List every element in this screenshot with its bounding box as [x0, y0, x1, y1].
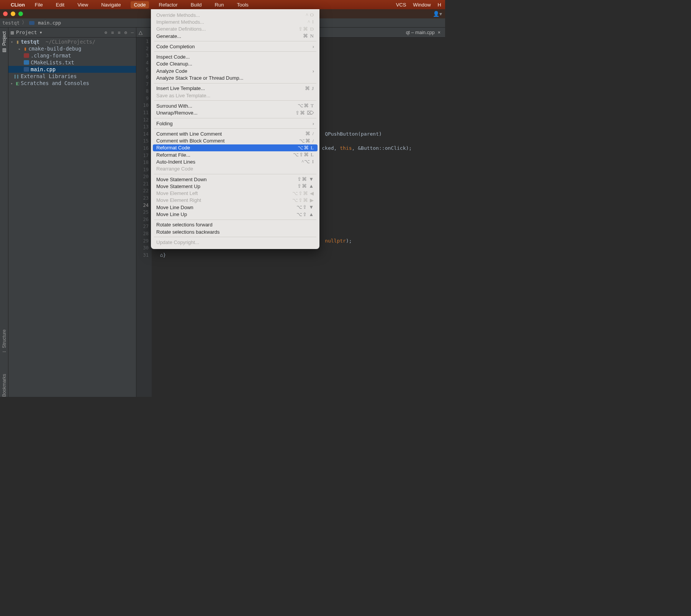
- folder-icon: ▥: [2, 48, 7, 53]
- menu-tools[interactable]: Tools: [234, 1, 251, 8]
- line-number: 23: [136, 195, 149, 202]
- tool-tab-structure[interactable]: ⫶ Structure: [2, 329, 7, 353]
- menu-item-analyze-stack-trace-or-thread-dump[interactable]: Analyze Stack Trace or Thread Dump...: [151, 74, 319, 81]
- menu-item-inspect-code[interactable]: Inspect Code...: [151, 53, 319, 60]
- menu-item-label: Comment with Line Comment: [156, 131, 305, 137]
- scratches-icon: ◧: [16, 80, 19, 86]
- menu-separator: [154, 128, 316, 129]
- menu-item-shortcut: ⌥⌘ L: [298, 145, 314, 151]
- menu-item-label: Auto-Indent Lines: [156, 159, 301, 165]
- menu-item-unwrap-remove[interactable]: Unwrap/Remove...⇧⌘ ⌦: [151, 110, 319, 116]
- menu-item-move-element-left: Move Element Left⌥⇧⌘ ◀: [151, 190, 319, 197]
- tree-main-cpp[interactable]: main.cpp: [8, 66, 136, 73]
- expand-icon[interactable]: ≡: [111, 30, 114, 35]
- code-menu-dropdown: Override Methods...^ OImplement Methods.…: [151, 9, 319, 249]
- menu-run[interactable]: Run: [212, 1, 227, 8]
- menu-item-label: Unwrap/Remove...: [156, 110, 295, 116]
- hide-icon[interactable]: —: [131, 30, 134, 35]
- tree-cmakelists[interactable]: CMakeLists.txt: [8, 59, 136, 66]
- editor-tab-main[interactable]: qt – main.cpp ×: [401, 28, 445, 38]
- menu-item-shortcut: ⇧⌘ ▼: [297, 176, 314, 182]
- dropdown-icon[interactable]: ▾: [39, 29, 43, 35]
- line-number: 6: [136, 74, 149, 81]
- line-number: 20: [136, 173, 149, 180]
- tool-tab-bookmarks[interactable]: Bookmarks: [2, 374, 7, 397]
- menu-item-label: Move Line Up: [156, 211, 296, 217]
- minimize-icon[interactable]: [11, 11, 15, 16]
- menu-separator: [154, 237, 316, 237]
- tree-root[interactable]: ▾▮ testqt ~/CLionProjects/: [8, 38, 136, 45]
- menu-item-label: Reformat Code: [156, 145, 298, 151]
- menu-item-insert-live-template[interactable]: Insert Live Template...⌘ J: [151, 85, 319, 92]
- menu-file[interactable]: File: [32, 1, 46, 8]
- structure-icon: ⫶: [2, 351, 7, 353]
- menu-build[interactable]: Build: [188, 1, 205, 8]
- menu-window[interactable]: Window: [413, 2, 431, 8]
- line-number: 22: [136, 187, 149, 195]
- menu-item-shortcut: ⇧⌘ D: [298, 26, 314, 32]
- menu-item-analyze-code[interactable]: Analyze Code›: [151, 67, 319, 74]
- menu-navigate[interactable]: Navigate: [98, 1, 124, 8]
- gear-icon[interactable]: ⚙: [124, 30, 127, 35]
- menu-item-save-as-live-template: Save as Live Template...: [151, 92, 319, 99]
- menu-item-auto-indent-lines[interactable]: Auto-Indent Lines^⌥ I: [151, 158, 319, 165]
- line-number: 5: [136, 66, 149, 74]
- menu-view[interactable]: View: [74, 1, 91, 8]
- menu-item-reformat-file[interactable]: Reformat File...⌥⇧⌘ L: [151, 151, 319, 158]
- yml-file-icon: [24, 53, 29, 58]
- menu-item-shortcut: ⇧⌘ ▲: [297, 183, 314, 189]
- menu-item-label: Move Line Down: [156, 205, 296, 210]
- close-icon[interactable]: ×: [438, 30, 440, 35]
- line-number: 13: [136, 123, 149, 131]
- menu-item-move-statement-up[interactable]: Move Statement Up⇧⌘ ▲: [151, 183, 319, 190]
- cpp-file-icon: [24, 67, 29, 72]
- locate-icon[interactable]: ⊕: [105, 30, 107, 35]
- menu-code[interactable]: Code: [131, 1, 149, 8]
- chevron-right-icon: ›: [313, 121, 314, 126]
- cmake-icon: △: [137, 29, 144, 35]
- menu-item-shortcut: ⌘ J: [305, 85, 314, 92]
- tree-cmake-dir[interactable]: ▸ ▮ cmake-build-debug: [8, 45, 136, 52]
- menu-item-move-statement-down[interactable]: Move Statement Down⇧⌘ ▼: [151, 176, 319, 183]
- menu-item-code-cleanup[interactable]: Code Cleanup...: [151, 61, 319, 67]
- menu-item-comment-with-block-comment[interactable]: Comment with Block Comment⌥⌘ /: [151, 137, 319, 144]
- menu-item-rotate-selections-forward[interactable]: Rotate selections forward: [151, 221, 319, 228]
- menu-item-code-completion[interactable]: Code Completion›: [151, 43, 319, 50]
- breadcrumb-root[interactable]: testqt: [2, 20, 20, 26]
- line-number: 1: [136, 38, 149, 45]
- zoom-icon[interactable]: [18, 11, 23, 16]
- chevron-right-icon: ›: [313, 44, 314, 49]
- close-icon[interactable]: [3, 11, 8, 16]
- tree-scratches[interactable]: ▸ ◧ Scratches and Consoles: [8, 80, 136, 87]
- cmake-file-icon: [24, 60, 29, 65]
- breadcrumb-file[interactable]: main.cpp: [38, 20, 61, 26]
- menu-item-move-line-up[interactable]: Move Line Up⌥⇧ ▲: [151, 211, 319, 218]
- collapse-icon[interactable]: ≡: [118, 30, 120, 35]
- menu-item-label: Generate Definitions...: [156, 26, 298, 32]
- menu-edit[interactable]: Edit: [53, 1, 67, 8]
- menu-refactor[interactable]: Refactor: [156, 1, 181, 8]
- menu-item-shortcut: ⌥⌘ T: [298, 103, 314, 109]
- menu-item-move-line-down[interactable]: Move Line Down⌥⇧ ▼: [151, 204, 319, 211]
- menu-help[interactable]: H: [438, 2, 441, 8]
- menu-item-reformat-code[interactable]: Reformat Code⌥⌘ L: [153, 144, 318, 151]
- menu-item-rearrange-code: Rearrange Code: [151, 165, 319, 172]
- account-icon[interactable]: 👤▾: [433, 11, 442, 17]
- tree-external-libs[interactable]: ⫿⫿ External Libraries: [8, 73, 136, 80]
- menu-item-folding[interactable]: Folding›: [151, 120, 319, 127]
- app-name[interactable]: CLion: [11, 2, 25, 8]
- project-panel-title[interactable]: Project: [16, 29, 37, 35]
- menu-item-rotate-selections-backwards[interactable]: Rotate selections backwards: [151, 228, 319, 235]
- menu-item-surround-with[interactable]: Surround With...⌥⌘ T: [151, 102, 319, 109]
- menu-item-label: Folding: [156, 121, 313, 126]
- menu-item-comment-with-line-comment[interactable]: Comment with Line Comment⌘ /: [151, 130, 319, 137]
- line-number: 18: [136, 159, 149, 166]
- menu-vcs[interactable]: VCS: [396, 2, 406, 8]
- menu-item-generate[interactable]: Generate...⌘ N: [151, 33, 319, 39]
- menu-item-override-methods: Override Methods...^ O: [151, 11, 319, 18]
- menu-item-label: Update Copyright...: [156, 239, 314, 245]
- tree-clang-format[interactable]: .clang-format: [8, 52, 136, 59]
- menu-item-label: Analyze Stack Trace or Thread Dump...: [156, 75, 314, 81]
- menu-item-label: Rearrange Code: [156, 166, 314, 172]
- tool-tab-project[interactable]: ▥ Project: [2, 31, 7, 53]
